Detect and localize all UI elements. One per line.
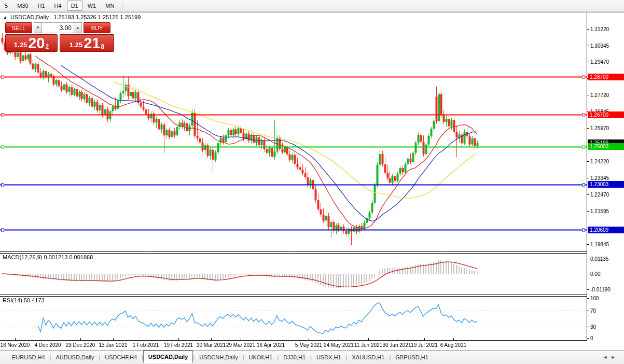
volume-decrease-button[interactable]: ▼ xyxy=(34,22,42,33)
sell-price-pips: 20 xyxy=(28,36,45,50)
rsi-axis-tick: 70 xyxy=(587,308,596,314)
sell-price-figure: 1.25 xyxy=(14,41,27,49)
tab-scroll-left-icon[interactable]: ◂ xyxy=(604,354,612,360)
price-level-label: 1.20609 xyxy=(588,227,624,233)
chart-window: ▲ USDCAD,Daily 1.25193 1.25326 1.25125 1… xyxy=(0,12,624,351)
tab-scroll-right-icon[interactable]: ▸ xyxy=(612,354,620,360)
timeframe-h4[interactable]: H4 xyxy=(50,1,66,11)
price-level-label: 1.26700 xyxy=(588,111,624,118)
price-axis[interactable]: 1.312201.303451.294701.285951.277201.268… xyxy=(587,12,624,341)
toolbar-separator xyxy=(122,2,122,10)
date-tick-label: 19 Feb 2021 xyxy=(164,342,193,348)
price-tick: 1.23345 xyxy=(587,175,609,181)
price-tick: 1.24220 xyxy=(587,159,609,164)
chart-symbol: USDCAD,Daily xyxy=(10,14,49,20)
sell-price-point: 2 xyxy=(45,43,49,50)
price-tick: 1.30345 xyxy=(587,43,609,49)
rsi-indicator-label: RSI(14) 50.4173 xyxy=(3,297,45,303)
timeframe-toolbar: 5M30H1H4D1W1MN xyxy=(0,0,624,12)
date-axis[interactable]: 16 Nov 20204 Dec 202023 Dec 202013 Jan 2… xyxy=(0,341,624,351)
tab-gbpusd-h1[interactable]: GBPUSD,H1 xyxy=(391,353,433,362)
chart-title: ▲ USDCAD,Daily 1.25193 1.25326 1.25125 1… xyxy=(3,14,141,20)
chart-tabs: EURUSD,H4|AUDUSD,Daily|USDCHF,H4|USDCAD,… xyxy=(7,352,433,363)
tab-audusd-daily[interactable]: AUDUSD,Daily xyxy=(51,353,99,362)
mt4-terminal: 5M30H1H4D1W1MN ▲ USDCAD,Daily 1.25193 1.… xyxy=(0,0,624,364)
date-tick-label: 24 May 2021 xyxy=(324,342,354,348)
rsi-axis-tick: 100 xyxy=(587,296,599,301)
timeframe-5[interactable]: 5 xyxy=(1,1,12,11)
chart-quotes: 1.25193 1.25326 1.25125 1.25199 xyxy=(53,14,141,20)
price-chart-canvas[interactable] xyxy=(0,12,587,341)
tab-scroll-buttons: ◂▸ xyxy=(604,354,620,360)
price-tick: 1.27720 xyxy=(587,92,609,98)
date-tick-label: 23 Dec 2020 xyxy=(66,342,95,348)
tab-usdcnh-daily[interactable]: USDCNH,Daily xyxy=(195,353,243,362)
date-tick-label: 19 Jul 2021 xyxy=(411,342,438,348)
price-tick: 1.29470 xyxy=(587,59,609,65)
buy-price-pips: 21 xyxy=(84,36,100,50)
date-tick-label: 29 Mar 2021 xyxy=(226,342,255,348)
macd-axis-tick: -0.01190 xyxy=(587,287,611,292)
date-tick-label: 16 Apr 2021 xyxy=(257,342,285,348)
date-tick-label: 13 Jan 2021 xyxy=(99,342,127,348)
tab-dj30-h1[interactable]: DJ30,H1 xyxy=(279,353,310,362)
timeframe-d1[interactable]: D1 xyxy=(67,1,82,11)
price-level-label: 1.28700 xyxy=(588,74,624,80)
buy-price-panel[interactable]: 1.25218 xyxy=(60,34,114,52)
date-tick-label: 5 May 2021 xyxy=(295,342,322,348)
date-tick-label: 4 Dec 2020 xyxy=(34,342,61,348)
sell-button[interactable]: SELL xyxy=(5,22,32,33)
timeframe-mn[interactable]: MN xyxy=(101,1,118,11)
price-tick: 1.31220 xyxy=(587,26,609,32)
date-tick-label: 6 Aug 2021 xyxy=(440,342,467,348)
timeframe-m30[interactable]: M30 xyxy=(13,1,32,11)
tab-usdchf-h4[interactable]: USDCHF,H4 xyxy=(100,353,142,362)
buy-price-point: 8 xyxy=(101,43,104,50)
tab-ukoil-h1[interactable]: UKOil,H1 xyxy=(244,353,278,362)
tab-xauusd-h1[interactable]: XAUUSD,H1 xyxy=(347,353,389,362)
price-level-label: 1.25003 xyxy=(588,143,624,150)
date-tick-label: 16 Nov 2020 xyxy=(1,342,30,348)
price-tick: 1.25970 xyxy=(587,125,609,131)
chart-title-triangle-icon: ▲ xyxy=(3,15,7,20)
price-level-label: 1.23003 xyxy=(588,181,624,188)
buy-price-figure: 1.25 xyxy=(70,41,82,49)
volume-increase-button[interactable]: ▲ xyxy=(74,22,82,33)
rsi-axis-tick: 0 xyxy=(587,335,593,341)
chart-tab-bar: EURUSD,H4|AUDUSD,Daily|USDCHF,H4|USDCAD,… xyxy=(0,350,624,364)
date-tick-label: 30 Jun 2021 xyxy=(382,342,411,348)
timeframe-h1[interactable]: H1 xyxy=(34,1,49,11)
sell-price-panel[interactable]: 1.25202 xyxy=(5,34,58,52)
one-click-trade-panel: SELL ▼ ▲ BUY 1.25202 1.25218 xyxy=(5,22,117,52)
volume-input[interactable] xyxy=(42,22,74,33)
timeframe-w1[interactable]: W1 xyxy=(84,1,101,11)
tab-usdx-h1[interactable]: USDX,H1 xyxy=(312,353,346,362)
rsi-axis-tick: 30 xyxy=(587,324,596,330)
date-tick-label: 10 Mar 2021 xyxy=(197,342,226,348)
price-tick: 1.19845 xyxy=(587,242,609,247)
macd-axis-tick: 0.00 xyxy=(587,271,600,277)
tab-eurusd-h4[interactable]: EURUSD,H4 xyxy=(7,353,50,362)
timeframe-buttons: 5M30H1H4D1W1MN xyxy=(0,1,119,11)
price-tick: 1.22470 xyxy=(587,192,609,198)
price-tick: 1.21595 xyxy=(587,208,609,214)
macd-axis-tick: 0.01135 xyxy=(587,256,608,262)
macd-indicator-label: MACD(12,26,9) 0.001213 0.001868 xyxy=(3,254,93,260)
buy-button[interactable]: BUY xyxy=(84,22,110,33)
tab-usdcad-daily[interactable]: USDCAD,Daily xyxy=(143,351,193,363)
date-tick-label: 1 Feb 2021 xyxy=(133,342,159,348)
date-tick-label: 11 Jun 2021 xyxy=(354,342,382,348)
